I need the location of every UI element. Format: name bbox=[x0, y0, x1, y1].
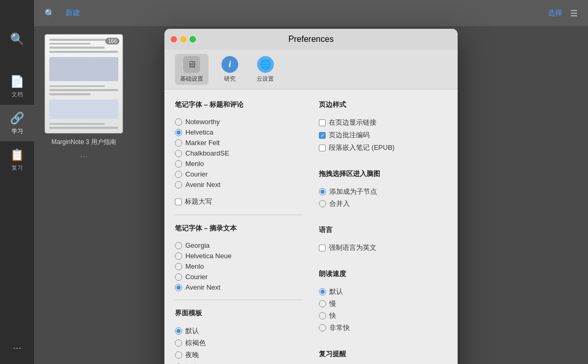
ui-default-label: 默认 bbox=[185, 326, 199, 336]
prefs-dialog: Preferences 🖥 基础设置 i 研究 🌐 云设置 bbox=[164, 29, 458, 364]
basic-settings-icon: 🖥 bbox=[183, 56, 200, 73]
speed-section: 朗读速度 bbox=[319, 269, 447, 279]
radio-helvetica-neue[interactable] bbox=[175, 252, 182, 260]
font-menlo-title-label: Menlo bbox=[185, 160, 204, 168]
radio-noteworthy[interactable] bbox=[175, 118, 182, 126]
select-button[interactable]: 选择 bbox=[548, 8, 562, 18]
tab-basic-label: 基础设置 bbox=[180, 75, 203, 83]
topbar-search-icon[interactable]: 🔍 bbox=[45, 8, 55, 18]
tab-research-label: 研究 bbox=[224, 75, 236, 83]
sidebar-item-documents-label: 文档 bbox=[12, 91, 23, 98]
capitalize-group: 标题大写 bbox=[175, 197, 303, 206]
capitalize-checkbox[interactable] bbox=[175, 198, 182, 205]
radio-helvetica[interactable] bbox=[175, 129, 182, 136]
speed-very-fast[interactable]: 非常快 bbox=[319, 323, 447, 333]
ui-night-label: 夜晚 bbox=[185, 350, 199, 360]
radio-courier-title[interactable] bbox=[175, 171, 182, 178]
radio-menlo-title[interactable] bbox=[175, 160, 182, 168]
radio-speed-very-fast[interactable] bbox=[319, 324, 326, 332]
tab-cloud[interactable]: 🌐 云设置 bbox=[251, 54, 279, 85]
sidebar-item-review[interactable]: 📋 复习 bbox=[0, 141, 34, 178]
font-chalkboard-label: ChalkboardSE bbox=[185, 149, 229, 157]
checkbox-margin-links[interactable] bbox=[319, 119, 326, 126]
font-chalkboard[interactable]: ChalkboardSE bbox=[175, 149, 303, 157]
sidebar-item-search[interactable]: 🔍 bbox=[0, 21, 34, 58]
ui-sepia[interactable]: 棕褐色 bbox=[175, 338, 303, 348]
font-menlo-title[interactable]: Menlo bbox=[175, 160, 303, 168]
font-courier-excerpt[interactable]: Courier bbox=[175, 273, 303, 281]
tab-research[interactable]: i 研究 bbox=[216, 54, 243, 85]
mindmap-add-child[interactable]: 添加成为子节点 bbox=[319, 187, 447, 196]
list-view-icon[interactable]: ☰ bbox=[570, 8, 578, 18]
font-helvetica-neue[interactable]: Helvetica Neue bbox=[175, 252, 303, 260]
checkbox-force-english[interactable] bbox=[319, 245, 326, 251]
ui-default[interactable]: 默认 bbox=[175, 326, 303, 336]
prefs-left-col: 笔记字体 – 标题和评论 Noteworthy Helvetica bbox=[175, 100, 303, 364]
mindmap-merge[interactable]: 合并入 bbox=[319, 199, 447, 208]
topbar: 🔍 新建 选择 ☰ bbox=[34, 0, 588, 26]
radio-chalkboard[interactable] bbox=[175, 150, 182, 157]
radio-speed-slow[interactable] bbox=[319, 300, 326, 307]
capitalize-checkbox-item[interactable]: 标题大写 bbox=[175, 197, 303, 206]
cloud-icon: 🌐 bbox=[257, 56, 274, 73]
radio-speed-fast[interactable] bbox=[319, 312, 326, 319]
minimize-button[interactable] bbox=[180, 36, 186, 42]
radio-avenir-excerpt[interactable] bbox=[175, 284, 182, 291]
tab-basic-settings[interactable]: 🖥 基础设置 bbox=[175, 54, 208, 85]
radio-menlo-excerpt[interactable] bbox=[175, 263, 182, 270]
radio-georgia[interactable] bbox=[175, 242, 182, 249]
radio-ui-sepia[interactable] bbox=[175, 339, 182, 347]
font-avenir-title-label: Avenir Next bbox=[185, 181, 220, 189]
font-courier-excerpt-label: Courier bbox=[185, 273, 208, 281]
speed-fast[interactable]: 快 bbox=[319, 311, 447, 321]
close-button[interactable] bbox=[171, 36, 177, 42]
radio-mindmap-child[interactable] bbox=[319, 188, 326, 195]
radio-avenir-title[interactable] bbox=[175, 181, 182, 189]
checkbox-margin-epub[interactable] bbox=[319, 145, 326, 151]
font-excerpt-radio-group: Georgia Helvetica Neue Menlo bbox=[175, 241, 303, 291]
font-georgia[interactable]: Georgia bbox=[175, 241, 303, 249]
margin-links-label: 在页边显示链接 bbox=[329, 118, 376, 127]
prefs-titlebar: Preferences bbox=[164, 29, 458, 50]
font-georgia-label: Georgia bbox=[185, 241, 209, 249]
prefs-toolbar: 🖥 基础设置 i 研究 🌐 云设置 bbox=[164, 50, 458, 90]
speed-default-label: 默认 bbox=[329, 287, 343, 296]
font-avenir-title[interactable]: Avenir Next bbox=[175, 181, 303, 189]
font-avenir-excerpt[interactable]: Avenir Next bbox=[175, 283, 303, 291]
speed-slow[interactable]: 慢 bbox=[319, 299, 447, 308]
font-marker-felt[interactable]: Marker Felt bbox=[175, 139, 303, 147]
radio-ui-night[interactable] bbox=[175, 351, 182, 359]
speed-radio-group: 默认 慢 快 非常快 bbox=[319, 287, 447, 333]
radio-ui-default[interactable] bbox=[175, 327, 182, 335]
radio-mindmap-merge[interactable] bbox=[319, 200, 326, 207]
speed-default[interactable]: 默认 bbox=[319, 287, 447, 296]
font-avenir-excerpt-label: Avenir Next bbox=[185, 283, 220, 291]
sep1 bbox=[175, 215, 303, 215]
sidebar-item-documents[interactable]: 📄 文档 bbox=[0, 68, 34, 105]
sidebar: 🔍 📄 文档 🔗 学习 📋 复习 ··· bbox=[0, 0, 34, 364]
language-checkbox-group: 强制语言为英文 bbox=[319, 243, 447, 252]
font-noteworthy[interactable]: Noteworthy bbox=[175, 118, 303, 126]
font-courier-title[interactable]: Courier bbox=[175, 170, 303, 178]
radio-marker-felt[interactable] bbox=[175, 139, 182, 147]
radio-courier-excerpt[interactable] bbox=[175, 273, 182, 281]
margin-epub[interactable]: 段落嵌入笔记 (EPUB) bbox=[319, 143, 447, 152]
ui-template-radio-group: 默认 棕褐色 夜晚 绿 bbox=[175, 326, 303, 364]
review-icon: 📋 bbox=[10, 148, 24, 162]
font-menlo-excerpt[interactable]: Menlo bbox=[175, 262, 303, 270]
sep2 bbox=[175, 300, 303, 300]
force-english[interactable]: 强制语言为英文 bbox=[319, 243, 447, 252]
sidebar-item-study[interactable]: 🔗 学习 bbox=[0, 105, 34, 141]
new-button[interactable]: 新建 bbox=[65, 8, 80, 18]
margin-codes[interactable]: ✓ 页边批注编码 bbox=[319, 130, 447, 140]
radio-speed-default[interactable] bbox=[319, 288, 326, 295]
sidebar-more[interactable]: ··· bbox=[13, 341, 21, 354]
margin-links[interactable]: 在页边显示链接 bbox=[319, 118, 447, 127]
maximize-button[interactable] bbox=[190, 36, 196, 42]
font-helvetica[interactable]: Helvetica bbox=[175, 128, 303, 136]
main-area: 🔍 新建 选择 ☰ bbox=[34, 0, 588, 364]
document-icon: 📄 bbox=[10, 75, 24, 89]
checkbox-margin-codes[interactable]: ✓ bbox=[319, 132, 326, 139]
ui-night[interactable]: 夜晚 bbox=[175, 350, 303, 360]
ui-sepia-label: 棕褐色 bbox=[185, 338, 206, 348]
